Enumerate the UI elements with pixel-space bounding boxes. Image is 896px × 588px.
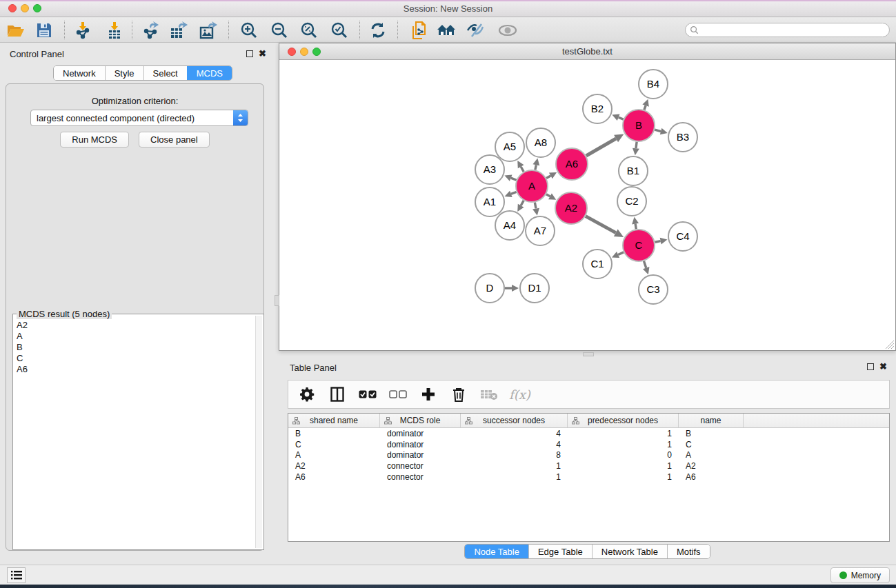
task-history-button[interactable] bbox=[7, 567, 26, 583]
graph-node-label: A6 bbox=[566, 158, 578, 170]
graph-edge-A-A3[interactable] bbox=[511, 178, 517, 180]
refresh-layout-icon[interactable] bbox=[366, 19, 390, 41]
graph-edge-A-A6[interactable] bbox=[546, 176, 550, 178]
function-builder-icon[interactable]: f(x) bbox=[509, 387, 530, 402]
horizontal-splitter-handle[interactable] bbox=[275, 295, 279, 306]
table-panel-close-icon[interactable]: ✖ bbox=[879, 363, 887, 370]
tab-edge-table[interactable]: Edge Table bbox=[528, 545, 592, 558]
add-column-icon[interactable] bbox=[418, 384, 439, 405]
graph-edge-A-A4[interactable] bbox=[521, 201, 524, 205]
close-panel-button[interactable]: Close panel bbox=[139, 132, 210, 148]
column-header-predecessor-nodes[interactable]: predecessor nodes bbox=[568, 414, 679, 427]
graph-node-label: A2 bbox=[565, 202, 577, 214]
graph-edge-C-C4[interactable] bbox=[655, 241, 661, 243]
tab-motifs[interactable]: Motifs bbox=[667, 545, 710, 558]
result-item[interactable]: C bbox=[14, 353, 255, 364]
graph-edge-A6-B[interactable] bbox=[586, 139, 616, 156]
hide-gravity-icon[interactable] bbox=[464, 19, 488, 41]
graph-node-label: C3 bbox=[646, 283, 659, 295]
table-toolbar: f(x) bbox=[288, 380, 890, 409]
control-panel-close-icon[interactable]: ✖ bbox=[259, 50, 266, 57]
result-item[interactable]: B bbox=[14, 342, 255, 353]
deselect-all-icon[interactable] bbox=[388, 384, 408, 405]
export-table-icon[interactable] bbox=[167, 19, 192, 41]
table-cell: A bbox=[288, 450, 380, 460]
graph-edge-C-C1[interactable] bbox=[618, 252, 624, 255]
graph-edge-C-C2[interactable] bbox=[635, 224, 636, 230]
column-header-shared-name[interactable]: shared name bbox=[288, 414, 380, 427]
node-table[interactable]: shared nameMCDS rolesuccessor nodesprede… bbox=[288, 413, 890, 542]
graph-edge-A-A7[interactable] bbox=[535, 203, 536, 209]
search-input[interactable] bbox=[699, 26, 889, 35]
table-row[interactable]: Bdominator41B bbox=[288, 428, 889, 439]
tab-node-table[interactable]: Node Table bbox=[465, 545, 528, 558]
desktop-wallpaper-strip bbox=[0, 585, 896, 588]
save-session-icon[interactable] bbox=[32, 19, 57, 41]
mcds-result-list[interactable]: A2ABCA6 bbox=[14, 320, 255, 548]
result-item[interactable]: A2 bbox=[14, 320, 255, 331]
tab-network[interactable]: Network bbox=[54, 66, 105, 80]
criterion-dropdown[interactable]: largest connected component (directed) bbox=[30, 110, 248, 126]
export-network-icon[interactable] bbox=[138, 19, 163, 41]
graph-edge-A-A5[interactable] bbox=[521, 167, 524, 172]
table-panel-float-icon[interactable] bbox=[867, 363, 874, 370]
graph-edge-B-B1[interactable] bbox=[636, 142, 637, 148]
show-eye-icon[interactable] bbox=[495, 19, 520, 41]
run-mcds-button[interactable]: Run MCDS bbox=[60, 132, 129, 148]
delete-table-icon[interactable] bbox=[479, 384, 499, 405]
graph-edge-A-A8[interactable] bbox=[535, 165, 536, 170]
table-cell: A2 bbox=[288, 461, 380, 471]
graph-edge-B-B2[interactable] bbox=[619, 117, 624, 119]
column-header-successor-nodes[interactable]: successor nodes bbox=[461, 414, 568, 427]
zoom-out-icon[interactable] bbox=[267, 19, 292, 41]
tab-network-table[interactable]: Network Table bbox=[592, 545, 667, 558]
table-cell: dominator bbox=[380, 429, 461, 438]
table-cell: C bbox=[679, 440, 744, 449]
column-header-MCDS-role[interactable]: MCDS role bbox=[380, 414, 461, 427]
graph-edge-A-A2[interactable] bbox=[546, 194, 550, 196]
graph-edge-A2-C[interactable] bbox=[586, 216, 616, 233]
import-table-icon[interactable] bbox=[102, 19, 127, 41]
result-item[interactable]: A bbox=[14, 331, 255, 342]
table-row[interactable]: A2connector11A2 bbox=[288, 460, 889, 472]
table-settings-gear-icon[interactable] bbox=[297, 384, 317, 405]
graph-node-label: A7 bbox=[534, 225, 546, 236]
edge-arrowhead bbox=[632, 217, 639, 225]
cybrowser-home-icon[interactable] bbox=[434, 19, 459, 41]
graph-edge-A-A1[interactable] bbox=[511, 192, 517, 194]
tab-style[interactable]: Style bbox=[105, 66, 143, 80]
toolbar-search[interactable] bbox=[685, 23, 890, 37]
zoom-fit-icon[interactable] bbox=[297, 19, 321, 41]
open-session-icon[interactable] bbox=[3, 19, 28, 41]
graph-edge-B-B3[interactable] bbox=[655, 130, 661, 131]
table-row[interactable]: Cdominator41C bbox=[288, 439, 889, 450]
result-scrollbar[interactable] bbox=[255, 316, 262, 548]
import-network-icon[interactable] bbox=[70, 19, 95, 41]
vertical-splitter-handle[interactable] bbox=[583, 352, 594, 356]
dropdown-stepper-icon bbox=[233, 110, 248, 125]
export-image-icon[interactable] bbox=[197, 19, 221, 41]
table-cell: B bbox=[288, 429, 380, 438]
column-header-name[interactable]: name bbox=[679, 414, 744, 427]
edge-arrowhead bbox=[633, 148, 639, 156]
delete-column-trash-icon[interactable] bbox=[448, 384, 469, 405]
column-layout-icon[interactable] bbox=[327, 384, 348, 405]
control-panel-float-icon[interactable] bbox=[246, 50, 253, 57]
network-canvas[interactable]: AA1A2A3A4A5A6A7A8BB1B2B3B4CC1C2C3C4DD1 bbox=[279, 60, 895, 350]
graph-edge-B-B4[interactable] bbox=[644, 105, 646, 110]
graph-edge-C-C3[interactable] bbox=[644, 261, 646, 268]
select-all-icon[interactable] bbox=[357, 384, 378, 405]
table-row[interactable]: Adominator80A bbox=[288, 449, 889, 460]
graph-svg[interactable]: AA1A2A3A4A5A6A7A8BB1B2B3B4CC1C2C3C4DD1 bbox=[279, 60, 895, 350]
window-resize-grip[interactable] bbox=[886, 341, 895, 349]
graph-node-label: B4 bbox=[647, 78, 659, 90]
table-cell: 1 bbox=[568, 429, 679, 438]
clone-network-icon[interactable] bbox=[407, 19, 432, 41]
result-item[interactable]: A6 bbox=[14, 364, 255, 375]
tab-mcds[interactable]: MCDS bbox=[187, 66, 232, 80]
tab-select[interactable]: Select bbox=[143, 66, 187, 80]
zoom-selected-icon[interactable] bbox=[327, 19, 352, 41]
table-row[interactable]: A6connector11A6 bbox=[288, 472, 889, 483]
zoom-in-icon[interactable] bbox=[237, 19, 261, 41]
memory-button[interactable]: Memory bbox=[830, 567, 890, 583]
